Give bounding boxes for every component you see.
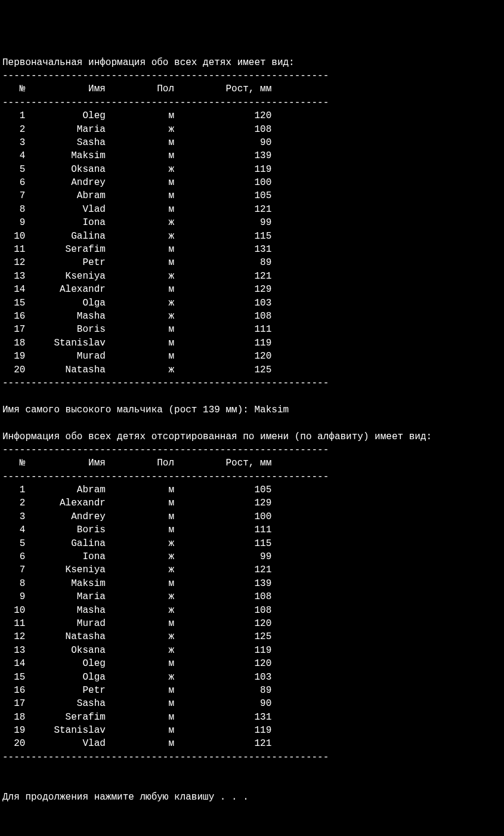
blank-line bbox=[2, 390, 502, 403]
table-row: 13 Oksana ж 119 bbox=[2, 644, 502, 657]
table-header: № Имя Пол Рост, мм bbox=[2, 456, 502, 470]
table-row: 8 Vlad м 121 bbox=[2, 203, 502, 216]
table-divider: ----------------------------------------… bbox=[2, 69, 502, 82]
table-divider: ----------------------------------------… bbox=[2, 377, 502, 390]
table-row: 5 Galina ж 115 bbox=[2, 537, 502, 550]
blank-line bbox=[2, 417, 502, 430]
table-row: 3 Andrey м 100 bbox=[2, 510, 502, 523]
table-row: 13 Kseniya ж 121 bbox=[2, 270, 502, 283]
table-row: 18 Stanislav м 119 bbox=[2, 337, 502, 350]
table-row: 18 Serafim м 131 bbox=[2, 711, 502, 724]
table-row: 4 Maksim м 139 bbox=[2, 149, 502, 162]
table-row: 8 Maksim м 139 bbox=[2, 577, 502, 590]
table-row: 2 Maria ж 108 bbox=[2, 123, 502, 136]
blank-line bbox=[2, 764, 502, 777]
table-row: 12 Natasha ж 125 bbox=[2, 630, 502, 643]
console-output: Первоначальная информация обо всех детях… bbox=[2, 56, 502, 804]
table-divider: ----------------------------------------… bbox=[2, 443, 502, 456]
table-row: 10 Galina ж 115 bbox=[2, 230, 502, 243]
table-row: 6 Iona ж 99 bbox=[2, 550, 502, 563]
table-row: 16 Petr м 89 bbox=[2, 684, 502, 697]
table-row: 20 Vlad м 121 bbox=[2, 737, 502, 750]
table-row: 7 Kseniya ж 121 bbox=[2, 563, 502, 576]
table-divider: ----------------------------------------… bbox=[2, 470, 502, 483]
table-row: 7 Abram м 105 bbox=[2, 189, 502, 202]
table-row: 16 Masha ж 108 bbox=[2, 310, 502, 323]
table-divider: ----------------------------------------… bbox=[2, 751, 502, 764]
table-row: 14 Oleg м 120 bbox=[2, 657, 502, 670]
table-row: 9 Maria ж 108 bbox=[2, 590, 502, 603]
table-row: 5 Oksana ж 119 bbox=[2, 163, 502, 176]
table-row: 11 Serafim м 131 bbox=[2, 243, 502, 256]
title-initial-info: Первоначальная информация обо всех детях… bbox=[2, 56, 502, 69]
table-header: № Имя Пол Рост, мм bbox=[2, 82, 502, 95]
table-row: 1 Oleg м 120 bbox=[2, 109, 502, 122]
table-row: 10 Masha ж 108 bbox=[2, 604, 502, 617]
blank-line bbox=[2, 778, 502, 791]
table-row: 3 Sasha м 90 bbox=[2, 136, 502, 149]
table-row: 20 Natasha ж 125 bbox=[2, 363, 502, 377]
table-row: 6 Andrey м 100 bbox=[2, 176, 502, 189]
continue-prompt[interactable]: Для продолжения нажмите любую клавишу . … bbox=[2, 791, 502, 804]
table-row: 12 Petr м 89 bbox=[2, 256, 502, 269]
table-row: 15 Olga ж 103 bbox=[2, 297, 502, 310]
tallest-boy-info: Имя самого высокого мальчика (рост 139 м… bbox=[2, 403, 502, 417]
table-row: 1 Abram м 105 bbox=[2, 483, 502, 496]
table-row: 17 Boris м 111 bbox=[2, 323, 502, 336]
table-row: 11 Murad м 120 bbox=[2, 617, 502, 630]
table-divider: ----------------------------------------… bbox=[2, 96, 502, 109]
table-row: 14 Alexandr м 129 bbox=[2, 283, 502, 296]
table-row: 17 Sasha м 90 bbox=[2, 697, 502, 710]
table-row: 4 Boris м 111 bbox=[2, 523, 502, 536]
table-row: 19 Murad м 120 bbox=[2, 350, 502, 363]
table-row: 19 Stanislav м 119 bbox=[2, 724, 502, 737]
table-row: 2 Alexandr м 129 bbox=[2, 496, 502, 510]
title-sorted-info: Информация обо всех детях отсортированна… bbox=[2, 430, 502, 443]
table-row: 9 Iona ж 99 bbox=[2, 216, 502, 229]
table-row: 15 Olga ж 103 bbox=[2, 671, 502, 684]
